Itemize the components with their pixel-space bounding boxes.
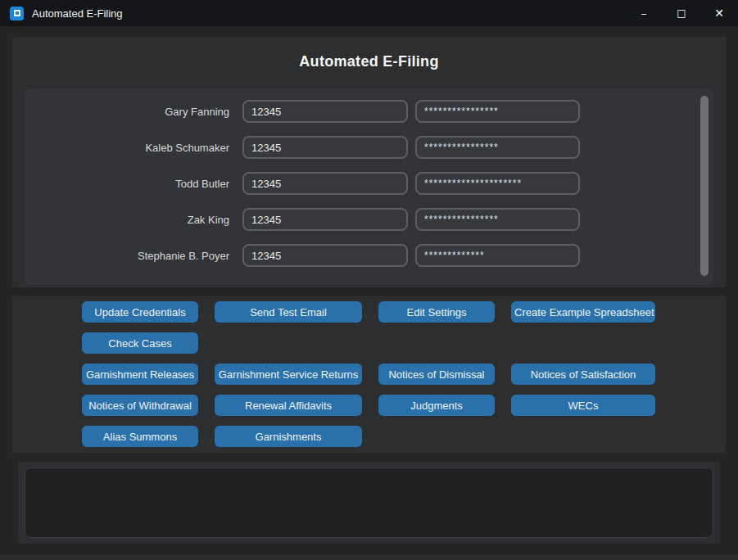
username-field[interactable] xyxy=(242,208,408,231)
attorney-name-label: Zak King xyxy=(25,214,236,226)
minimize-button[interactable]: – xyxy=(625,0,663,26)
attorney-name-label: Kaleb Schumaker xyxy=(25,142,236,154)
password-field[interactable] xyxy=(415,100,580,123)
credential-row: Kaleb Schumaker xyxy=(25,136,713,159)
attorney-name-label: Todd Butler xyxy=(25,178,236,190)
window-controls: – □ ✕ xyxy=(625,0,738,26)
scrollbar-thumb[interactable] xyxy=(700,96,709,276)
credential-row: Todd Butler xyxy=(25,172,713,195)
titlebar: Automated E-Filing – □ ✕ xyxy=(0,0,738,26)
close-button[interactable]: ✕ xyxy=(700,0,738,26)
output-log[interactable] xyxy=(25,467,713,538)
password-field[interactable] xyxy=(415,172,580,195)
garnishments-button[interactable]: Garnishments xyxy=(215,426,362,447)
actions-grid: Update Credentials Send Test Email Edit … xyxy=(82,301,655,447)
username-field[interactable] xyxy=(242,244,408,267)
attorney-name-label: Gary Fanning xyxy=(25,106,236,118)
maximize-button[interactable]: □ xyxy=(663,0,700,26)
output-panel xyxy=(18,462,720,544)
garnishment-service-returns-button[interactable]: Garnishment Service Returns xyxy=(215,364,362,385)
renewal-affidavits-button[interactable]: Renewal Affidavits xyxy=(215,395,362,416)
window-title: Automated E-Filing xyxy=(32,7,123,20)
page-title: Automated E-Filing xyxy=(12,37,726,70)
username-field[interactable] xyxy=(242,100,408,123)
update-credentials-button[interactable]: Update Credentials xyxy=(82,301,198,323)
notices-of-dismissal-button[interactable]: Notices of Dismissal xyxy=(378,364,495,385)
actions-panel: Update Credentials Send Test Email Edit … xyxy=(12,296,726,453)
credential-row: Gary Fanning xyxy=(25,100,713,123)
judgments-button[interactable]: Judgments xyxy=(378,395,495,416)
garnishment-releases-button[interactable]: Garnishment Releases xyxy=(82,364,198,385)
notices-of-withdrawal-button[interactable]: Notices of Withdrawal xyxy=(82,395,198,416)
alias-summons-button[interactable]: Alias Summons xyxy=(82,426,198,447)
create-example-spreadsheet-button[interactable]: Create Example Spreadsheet xyxy=(511,301,655,323)
attorney-name-label: Stephanie B. Poyer xyxy=(25,250,236,262)
username-field[interactable] xyxy=(242,172,408,195)
credential-row: Zak King xyxy=(25,208,713,231)
edit-settings-button[interactable]: Edit Settings xyxy=(378,301,495,323)
password-field[interactable] xyxy=(415,208,580,231)
app-icon xyxy=(10,7,24,20)
username-field[interactable] xyxy=(242,136,408,159)
bottom-edge xyxy=(0,555,738,560)
credential-row: Stephanie B. Poyer xyxy=(25,244,713,267)
password-field[interactable] xyxy=(415,244,580,267)
credentials-panel: Automated E-Filing Gary Fanning Kaleb Sc… xyxy=(12,37,726,287)
app-icon-square xyxy=(14,10,20,16)
send-test-email-button[interactable]: Send Test Email xyxy=(215,301,362,323)
notices-of-satisfaction-button[interactable]: Notices of Satisfaction xyxy=(511,364,655,385)
check-cases-button[interactable]: Check Cases xyxy=(82,332,198,354)
credentials-rows: Gary Fanning Kaleb Schumaker Todd Butler… xyxy=(25,100,713,280)
password-field[interactable] xyxy=(415,136,580,159)
wecs-button[interactable]: WECs xyxy=(511,395,655,416)
credentials-form: Gary Fanning Kaleb Schumaker Todd Butler… xyxy=(25,88,713,285)
